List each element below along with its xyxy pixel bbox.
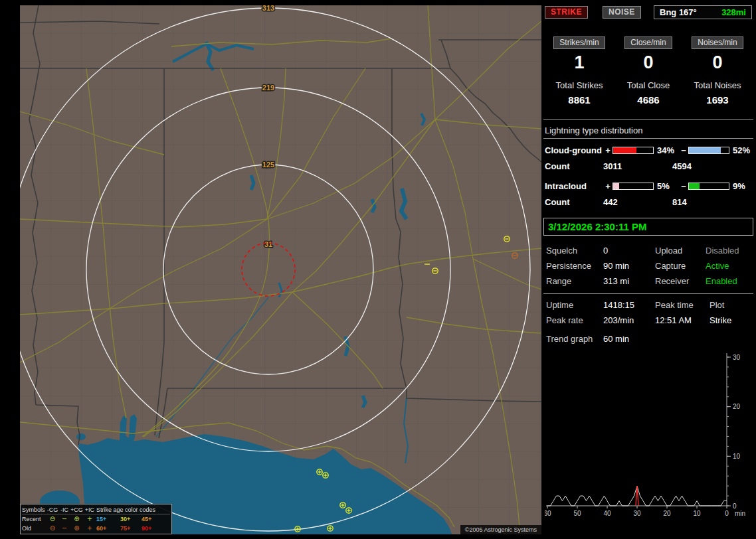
peak-rate-label: Peak rate xyxy=(546,315,603,325)
legend-col-ic-minus: -IC xyxy=(58,506,70,513)
stats-grid: Uptime 1418:15 Peak time Plot Peak rate … xyxy=(546,300,752,325)
age-30: 30+ xyxy=(120,516,142,522)
ic-minus-bar xyxy=(688,183,729,190)
strikes-per-min-value: 1 xyxy=(546,52,613,73)
noise-indicator[interactable]: NOISE xyxy=(603,6,641,19)
close-per-min-value: 0 xyxy=(615,52,682,73)
intracloud-row: Intracloud + 5% − 9% xyxy=(543,181,753,191)
age-90: 90+ xyxy=(142,525,161,532)
cg-minus-icon: ⊖ xyxy=(47,525,58,532)
bearing-range: 328mi xyxy=(721,7,746,17)
cg-minus-bar xyxy=(688,147,729,154)
bearing-label: Bng 167° xyxy=(660,7,697,17)
legend-col-cg-plus: +CG xyxy=(70,506,83,513)
legend-age-title: Strike age color codes xyxy=(96,506,161,513)
peak-time-label: Peak time xyxy=(655,300,709,310)
cg-plus-icon: ⊕ xyxy=(70,516,83,522)
uptime-label: Uptime xyxy=(546,300,603,310)
count-label: Count xyxy=(545,161,603,171)
plot-label: Plot xyxy=(709,300,752,310)
squelch-value: 0 xyxy=(603,246,655,256)
upload-label: Upload xyxy=(655,246,706,256)
map-canvas[interactable]: 31125219313 xyxy=(20,5,541,534)
indicator-row: STRIKE NOISE Bng 167° 328mi xyxy=(545,5,752,19)
total-strikes-label: Total Strikes xyxy=(546,80,613,90)
total-noises-value: 1693 xyxy=(684,94,751,106)
svg-text:10: 10 xyxy=(693,510,701,517)
datetime-display: 3/12/2026 2:30:11 PM xyxy=(543,218,753,236)
count-label: Count xyxy=(545,197,603,207)
ic-plus-icon: + xyxy=(83,525,96,532)
svg-text:31: 31 xyxy=(264,240,272,248)
strike-indicator[interactable]: STRIKE xyxy=(545,6,588,19)
range-label: Range xyxy=(546,276,603,286)
ic-minus-icon: − xyxy=(58,525,70,532)
svg-text:min: min xyxy=(735,510,745,517)
trend-graph: 01020306050403020100min xyxy=(545,349,752,520)
rate-counters: Strikes/min 1 Total Strikes 8861 Close/m… xyxy=(546,37,751,106)
noises-per-min-value: 0 xyxy=(684,52,751,73)
total-close-label: Total Close xyxy=(615,80,682,90)
cg-plus-percent: 34% xyxy=(654,145,679,155)
close-per-min-chip[interactable]: Close/min xyxy=(624,37,672,49)
persistence-label: Persistence xyxy=(546,261,603,271)
legend-recent-label: Recent xyxy=(22,516,47,522)
svg-text:0: 0 xyxy=(725,510,729,517)
total-close-value: 4686 xyxy=(615,94,682,106)
legend-recent-row: Recent ⊖ − ⊕ + 15+ 30+ 45+ xyxy=(22,514,170,524)
age-45: 45+ xyxy=(142,516,161,522)
uptime-value: 1418:15 xyxy=(603,300,655,310)
ic-plus-bar xyxy=(613,183,654,190)
peak-time-value: 12:51 AM xyxy=(655,315,709,325)
squelch-label: Squelch xyxy=(546,246,603,256)
plus-sign: + xyxy=(603,181,613,191)
legend-symbols-label: Symbols xyxy=(22,506,47,513)
ic-minus-percent: 9% xyxy=(729,181,752,191)
plot-value: Strike xyxy=(709,315,752,325)
age-15: 15+ xyxy=(96,516,120,522)
copyright-notice: ©2005 Astrogenic Systems xyxy=(460,525,541,534)
cloud-ground-label: Cloud-ground xyxy=(545,145,603,155)
minus-sign: − xyxy=(679,181,688,191)
separator xyxy=(543,119,753,120)
cg-minus-bar-fill xyxy=(689,147,721,153)
total-noises-label: Total Noises xyxy=(684,80,751,90)
cg-plus-count: 3011 xyxy=(603,161,672,171)
trend-graph-label: Trend graph xyxy=(546,334,603,344)
ic-plus-percent: 5% xyxy=(654,181,679,191)
cg-plus-icon: ⊕ xyxy=(70,525,83,532)
map-legend: Symbols -CG -IC +CG +IC Strike age color… xyxy=(20,504,172,534)
cg-plus-bar-fill xyxy=(613,147,636,153)
status-panel: STRIKE NOISE Bng 167° 328mi Strikes/min … xyxy=(543,0,753,539)
noises-per-min-chip[interactable]: Noises/min xyxy=(692,37,743,49)
ic-minus-count: 814 xyxy=(672,197,752,207)
svg-text:20: 20 xyxy=(733,403,741,410)
lightning-map[interactable]: 31125219313 Symbols -CG -IC +CG +IC Stri… xyxy=(20,5,541,534)
cg-minus-icon: ⊖ xyxy=(47,516,58,522)
receiver-status: Enabled xyxy=(706,276,752,286)
cg-minus-count: 4594 xyxy=(672,161,752,171)
strikes-counter: Strikes/min 1 Total Strikes 8861 xyxy=(546,37,613,106)
svg-text:30: 30 xyxy=(633,510,641,517)
intracloud-label: Intracloud xyxy=(545,181,603,191)
svg-text:30: 30 xyxy=(733,354,741,361)
svg-text:50: 50 xyxy=(573,510,581,517)
legend-header-row: Symbols -CG -IC +CG +IC Strike age color… xyxy=(22,505,170,514)
persistence-value: 90 min xyxy=(603,261,655,271)
cg-plus-bar xyxy=(613,147,654,154)
cg-minus-percent: 52% xyxy=(729,145,752,155)
svg-text:125: 125 xyxy=(262,161,274,169)
legend-col-ic-plus: +IC xyxy=(83,506,96,513)
age-75: 75+ xyxy=(120,525,142,532)
ic-minus-bar-fill xyxy=(689,183,700,189)
capture-status: Active xyxy=(706,261,752,271)
strikes-per-min-chip[interactable]: Strikes/min xyxy=(553,37,605,49)
upload-status: Disabled xyxy=(706,246,752,256)
peak-rate-value: 203/min xyxy=(603,315,655,325)
svg-text:219: 219 xyxy=(262,84,274,92)
close-counter: Close/min 0 Total Close 4686 xyxy=(615,37,682,106)
cloud-ground-row: Cloud-ground + 34% − 52% xyxy=(543,145,753,155)
trend-header: Trend graph 60 min xyxy=(546,334,752,344)
svg-text:40: 40 xyxy=(603,510,611,517)
total-strikes-value: 8861 xyxy=(546,94,613,106)
